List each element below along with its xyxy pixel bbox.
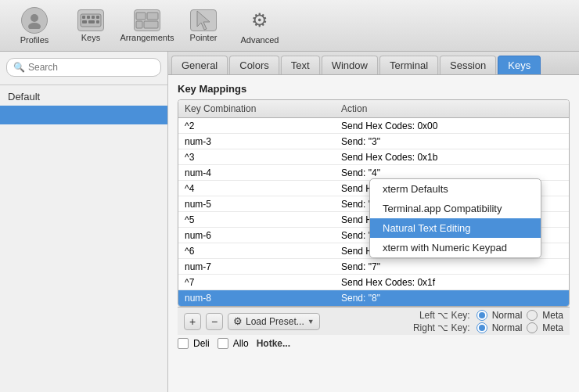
svg-rect-7 [82,20,87,23]
cell-action: Send: "8" [335,293,569,304]
cell-key: num-5 [178,199,335,210]
cell-key: num-3 [178,136,335,147]
toolbar-advanced[interactable]: ⚙ Advanced [233,4,286,48]
section-title: Key Mappings [178,83,570,95]
cell-key: ^4 [178,183,335,194]
load-preset-label: Load Preset... [246,316,304,327]
left-key-option-row: Left ⌥ Key: Normal Meta [408,310,563,321]
toolbar: Profiles Keys Arrangemen [0,0,579,52]
checkbox-area: Deli Allo Hotke... [178,338,570,349]
allo-label: Allo [233,338,249,349]
svg-rect-10 [136,13,146,20]
cell-key: num-7 [178,261,335,272]
advanced-icon: ⚙ [246,7,273,34]
allo-checkbox[interactable] [218,338,228,349]
dropdown-item-natural-text[interactable]: Natural Text Editing [370,218,541,238]
tab-general[interactable]: General [171,56,228,74]
svg-rect-9 [96,20,99,23]
deli-checkbox[interactable] [178,338,189,349]
toolbar-keys[interactable]: Keys [64,6,117,45]
tab-colors[interactable]: Colors [229,56,279,74]
search-input[interactable] [28,62,154,73]
cell-key: ^3 [178,152,335,163]
tab-session[interactable]: Session [440,56,496,74]
sidebar-item-default[interactable]: Default [0,87,167,106]
arrangements-label: Arrangements [120,33,174,42]
svg-rect-5 [92,16,95,19]
cell-action: Send: "3" [335,136,569,147]
table-row[interactable]: ^3 Send Hex Codes: 0x1b [178,149,569,165]
profiles-icon [21,7,48,34]
right-key-radio-group: Normal Meta [477,322,563,333]
pointer-label: Pointer [190,33,218,42]
load-preset-button[interactable]: ⚙ Load Preset... ▼ [228,313,320,330]
svg-point-0 [31,14,38,22]
cell-action: Send: "7" [335,261,569,272]
cell-action: Send Hex Codes: 0x00 [335,120,569,131]
cell-key: num-8 [178,293,335,304]
right-key-label: Right ⌥ Key: [408,322,470,333]
keys-icon [77,9,104,31]
table-row[interactable]: num-3 Send: "3" [178,134,569,149]
svg-rect-12 [136,21,142,28]
right-options: Left ⌥ Key: Normal Meta Right ⌥ Key: Nor [408,310,563,333]
pointer-icon [190,9,217,31]
left-key-label: Left ⌥ Key: [408,310,470,321]
dropdown-item-xterm-numeric[interactable]: xterm with Numeric Keypad [370,238,541,257]
cell-action: Send Hex Codes: 0x1b [335,152,569,163]
toolbar-arrangements[interactable]: Arrangements [120,6,174,45]
left-key-meta-label: Meta [542,310,563,321]
tab-keys[interactable]: Keys [498,56,541,74]
cell-key: num-4 [178,167,335,178]
cell-key: ^7 [178,277,335,288]
sidebar-divider [0,85,167,85]
toolbar-profiles[interactable]: Profiles [8,4,61,48]
right-key-normal-radio[interactable] [477,322,487,333]
left-key-meta-radio[interactable] [527,310,538,321]
advanced-label: Advanced [241,35,279,45]
tab-window[interactable]: Window [322,56,378,74]
dropdown-item-xterm-defaults[interactable]: xterm Defaults [370,179,541,199]
svg-point-1 [28,23,41,29]
search-bar[interactable]: 🔍 [6,58,161,77]
dropdown-item-terminal-compat[interactable]: Terminal.app Compatibility [370,199,541,218]
arrangements-icon [134,9,160,31]
table-header: Key Combination Action [178,100,569,118]
left-key-normal-label: Normal [492,310,523,321]
svg-rect-3 [82,16,85,19]
remove-button[interactable]: − [206,313,223,330]
svg-rect-11 [147,13,158,20]
table-row[interactable]: ^7 Send Hex Codes: 0x1f [178,275,569,290]
check-row-deli: Deli [178,338,210,349]
table-row[interactable]: num-8 Send: "8" [178,290,569,306]
hotkey-label: Hotke... [257,338,290,349]
left-key-normal-radio[interactable] [477,310,487,321]
sidebar: 🔍 Default [0,52,168,392]
content-area: General Colors Text Window Terminal Sess… [168,52,579,392]
dropdown-menu: xterm Defaults Terminal.app Compatibilit… [369,178,541,258]
cell-action: Send Hex Codes: 0x1f [335,277,569,288]
add-button[interactable]: + [184,313,201,330]
header-action: Action [335,102,569,116]
main-container: 🔍 Default General Colors Text Window [0,52,579,392]
search-icon: 🔍 [13,62,25,73]
profiles-label: Profiles [20,35,49,45]
left-key-radio-group: Normal Meta [477,310,563,321]
cell-action: Send: "4" [335,167,569,178]
deli-label: Deli [193,338,210,349]
tab-text[interactable]: Text [281,56,320,74]
sidebar-item-selected[interactable] [0,106,167,124]
table-row[interactable]: num-7 Send: "7" [178,259,569,275]
cell-key: ^2 [178,120,335,131]
svg-rect-6 [96,16,99,19]
cell-key: num-6 [178,230,335,241]
tab-terminal[interactable]: Terminal [379,56,438,74]
gear-icon: ⚙ [233,315,243,327]
table-row[interactable]: ^2 Send Hex Codes: 0x00 [178,118,569,134]
right-key-normal-label: Normal [492,322,523,333]
dropdown-arrow-icon: ▼ [307,318,315,325]
toolbar-pointer[interactable]: Pointer [177,6,230,45]
right-key-option-row: Right ⌥ Key: Normal Meta [408,322,563,333]
header-key-combination: Key Combination [178,102,335,116]
right-key-meta-radio[interactable] [527,322,538,333]
